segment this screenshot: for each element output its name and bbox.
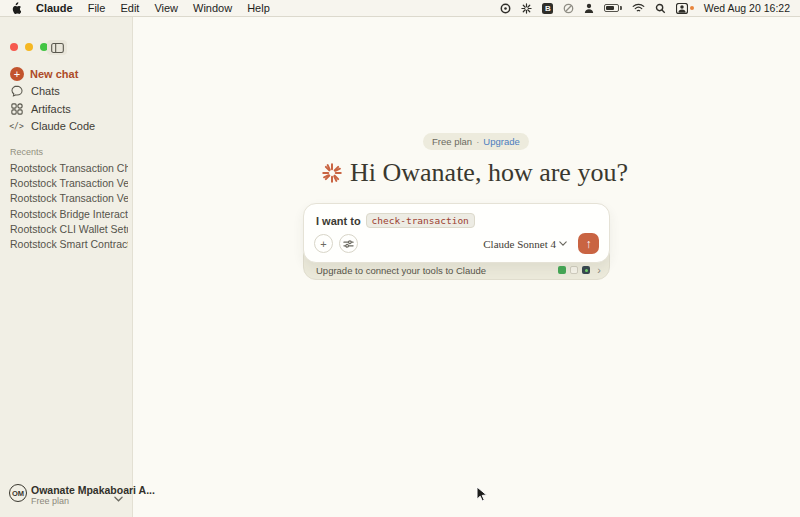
send-button[interactable]: ↑ xyxy=(578,233,599,254)
account-menu[interactable]: OM Owanate Mpakaboari A... Free plan xyxy=(0,484,133,510)
chat-bubble-icon xyxy=(10,85,23,97)
wifi-icon[interactable] xyxy=(632,3,645,13)
apple-menu-icon[interactable] xyxy=(10,2,21,15)
sidebar-item-label: Chats xyxy=(31,85,60,97)
sidebar-item-label: Artifacts xyxy=(31,103,71,115)
claude-menubar-icon[interactable] xyxy=(521,3,532,14)
recent-chat-item[interactable]: Rootstock Smart Contract Deploy... xyxy=(10,238,128,250)
tools-banner-label: Upgrade to connect your tools to Claude xyxy=(316,265,554,276)
new-chat-label: New chat xyxy=(30,68,78,80)
plus-icon: + xyxy=(10,67,24,81)
battery-icon[interactable] xyxy=(604,4,622,12)
menubar-app-name[interactable]: Claude xyxy=(36,2,73,14)
greeting-heading: Hi Owanate, how are you? xyxy=(322,158,628,188)
plus-icon: + xyxy=(320,238,326,250)
window-close-button[interactable] xyxy=(10,43,18,51)
composer-card[interactable]: I want to check-transaction + Claude Son… xyxy=(303,203,610,263)
menu-view[interactable]: View xyxy=(154,2,178,14)
sidebar-item-label: Claude Code xyxy=(31,120,95,132)
menu-help[interactable]: Help xyxy=(247,2,270,14)
user-switch-icon[interactable] xyxy=(676,3,694,14)
connector-app-icon-light xyxy=(570,266,578,274)
recent-chat-item[interactable]: Rootstock Bridge Interaction xyxy=(10,208,128,220)
sidebar-item-artifacts[interactable]: Artifacts xyxy=(10,103,71,115)
sidebar-item-claude-code[interactable]: </> Claude Code xyxy=(10,120,95,132)
model-label: Claude Sonnet 4 xyxy=(483,238,556,250)
plan-label: Free plan xyxy=(432,136,472,147)
menu-window[interactable]: Window xyxy=(193,2,232,14)
user-plan: Free plan xyxy=(31,496,69,506)
recent-chat-item[interactable]: Rootstock CLI Wallet Setup xyxy=(10,223,128,235)
avatar: OM xyxy=(9,484,27,502)
chevron-down-icon xyxy=(114,488,123,506)
code-token: check-transaction xyxy=(366,213,475,228)
model-selector[interactable]: Claude Sonnet 4 xyxy=(483,238,567,250)
arrow-up-icon: ↑ xyxy=(586,237,592,251)
composer-text: I want to xyxy=(316,215,361,227)
search-icon[interactable] xyxy=(655,3,666,14)
chevron-down-icon xyxy=(559,241,567,246)
record-icon[interactable] xyxy=(500,3,511,14)
password-manager-icon[interactable]: B xyxy=(542,3,553,14)
artifacts-grid-icon xyxy=(10,103,23,115)
chevron-right-icon: › xyxy=(597,264,601,276)
connector-app-icon-dark xyxy=(582,266,590,274)
notification-dot xyxy=(690,6,694,10)
claude-app-window: + New chat Chats Artifacts </> Claude Co… xyxy=(0,17,800,517)
recents-header: Recents xyxy=(10,147,43,157)
composer-input[interactable]: I want to check-transaction xyxy=(316,213,475,228)
new-chat-button[interactable]: + New chat xyxy=(10,67,78,81)
recent-chat-item[interactable]: Rootstock Transaction Verification xyxy=(10,192,128,204)
attach-button[interactable]: + xyxy=(314,234,333,253)
plan-pill: Free plan · Upgrade xyxy=(423,133,529,150)
menu-file[interactable]: File xyxy=(88,2,106,14)
greeting-text: Hi Owanate, how are you? xyxy=(350,158,628,188)
sidebar: + New chat Chats Artifacts </> Claude Co… xyxy=(0,17,133,517)
sidebar-toggle-button[interactable] xyxy=(47,40,67,55)
window-minimize-button[interactable] xyxy=(25,43,33,51)
menubar-clock[interactable]: Wed Aug 20 16:22 xyxy=(704,2,790,14)
code-icon: </> xyxy=(10,122,23,131)
plan-separator: · xyxy=(476,136,479,147)
recent-chat-item[interactable]: Rootstock Transaction Verification xyxy=(10,177,128,189)
menu-edit[interactable]: Edit xyxy=(120,2,139,14)
recent-chat-item[interactable]: Rootstock Transaction Check xyxy=(10,162,128,174)
menu-bar: Claude File Edit View Window Help B xyxy=(0,0,800,17)
user-icon[interactable] xyxy=(584,3,594,14)
sidebar-item-chats[interactable]: Chats xyxy=(10,85,60,97)
connector-app-icon-green xyxy=(558,266,566,274)
tools-settings-button[interactable] xyxy=(339,234,358,253)
shield-icon[interactable] xyxy=(563,3,574,14)
upgrade-link[interactable]: Upgrade xyxy=(483,136,519,147)
user-name: Owanate Mpakaboari A... xyxy=(31,484,155,496)
mouse-cursor xyxy=(476,486,488,507)
claude-starburst-icon xyxy=(322,163,342,183)
